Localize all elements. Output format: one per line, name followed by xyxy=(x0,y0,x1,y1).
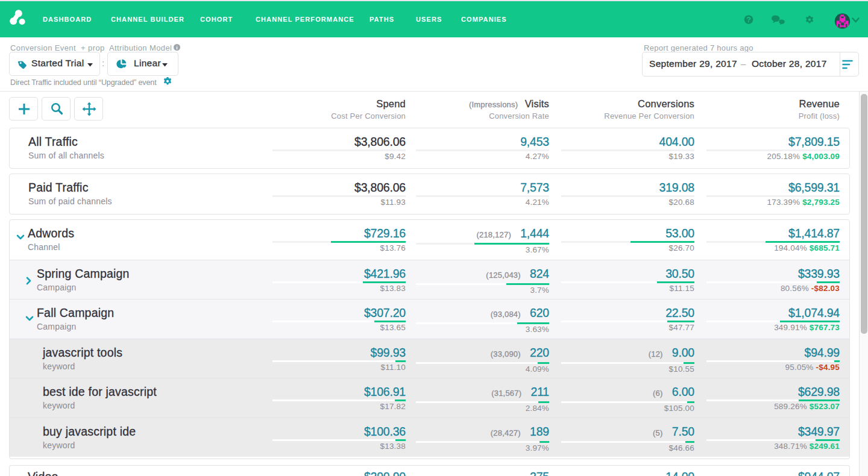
svg-text:?: ? xyxy=(746,16,751,24)
